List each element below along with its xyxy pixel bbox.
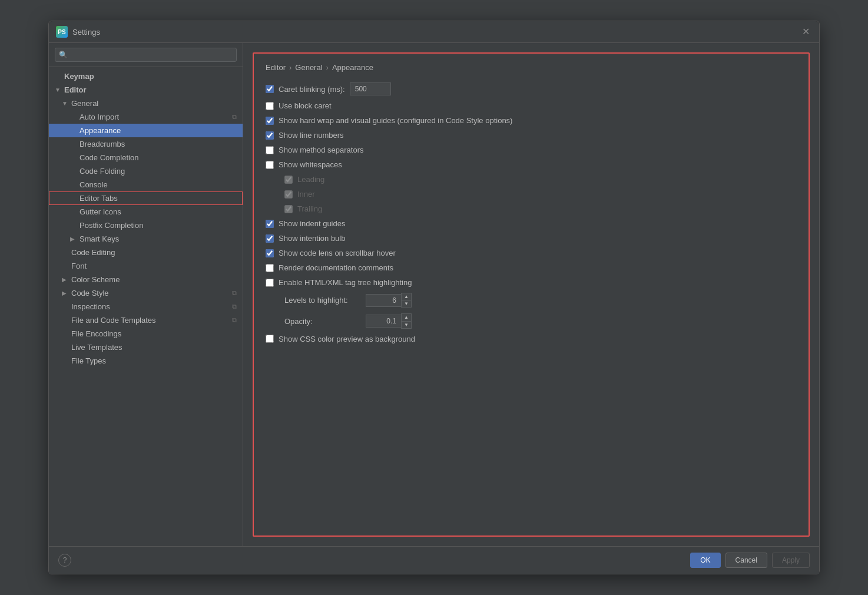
enable-html-xml-label[interactable]: Enable HTML/XML tag tree highlighting [279, 278, 412, 287]
sidebar-item-code-completion[interactable]: Code Completion [49, 151, 243, 164]
caret-blinking-input[interactable] [350, 82, 391, 95]
show-code-lens-checkbox[interactable] [266, 249, 274, 257]
sidebar-item-console[interactable]: Console [49, 178, 243, 191]
trailing-checkbox[interactable] [284, 205, 293, 213]
show-code-lens-row: Show code lens on scrollbar hover [266, 249, 797, 257]
search-input[interactable] [55, 48, 237, 62]
arrow-icon: ▶ [62, 290, 69, 296]
show-method-separators-label[interactable]: Show method separators [279, 146, 364, 154]
sidebar-item-label: Color Scheme [71, 275, 120, 284]
show-css-preview-label[interactable]: Show CSS color preview as background [279, 335, 415, 343]
sidebar-item-editor[interactable]: ▼ Editor [49, 83, 243, 97]
inner-checkbox[interactable] [284, 190, 293, 199]
sidebar-item-breadcrumbs[interactable]: Breadcrumbs [49, 137, 243, 151]
arrow-icon: ▼ [62, 100, 69, 107]
show-indent-guides-checkbox[interactable] [266, 220, 274, 228]
sidebar-item-auto-import[interactable]: Auto Import ⧉ [49, 110, 243, 124]
sidebar-item-keymap[interactable]: Keymap [49, 70, 243, 83]
render-doc-comments-label[interactable]: Render documentation comments [279, 263, 393, 272]
sidebar-item-code-editing[interactable]: Code Editing [49, 246, 243, 259]
sidebar-item-label: Inspections [71, 302, 110, 311]
sidebar-item-color-scheme[interactable]: ▶ Color Scheme [49, 273, 243, 286]
search-wrapper: 🔍 [55, 48, 237, 62]
sidebar-item-gutter-icons[interactable]: Gutter Icons [49, 205, 243, 219]
inner-row: Inner [266, 190, 797, 199]
breadcrumb-sep: › [326, 63, 329, 72]
sidebar-item-label: File Encodings [71, 329, 121, 338]
levels-decrement-button[interactable]: ▼ [402, 300, 411, 307]
show-code-lens-label[interactable]: Show code lens on scrollbar hover [279, 249, 396, 257]
sidebar-tree: Keymap ▼ Editor ▼ General Auto Import ⧉ [49, 67, 243, 546]
show-hard-wrap-label[interactable]: Show hard wrap and visual guides (config… [279, 116, 512, 125]
sidebar-item-code-folding[interactable]: Code Folding [49, 164, 243, 178]
apply-button[interactable]: Apply [772, 553, 810, 568]
opacity-increment-button[interactable]: ▲ [402, 314, 411, 320]
sidebar-item-live-templates[interactable]: Live Templates [49, 341, 243, 354]
levels-to-highlight-input[interactable] [366, 294, 401, 307]
sidebar-item-postfix-completion[interactable]: Postfix Completion [49, 219, 243, 232]
bottom-bar: ? OK Cancel Apply [49, 546, 819, 574]
trailing-row: Trailing [266, 204, 797, 213]
show-intention-bulb-label[interactable]: Show intention bulb [279, 234, 345, 243]
caret-blinking-checkbox[interactable] [266, 85, 274, 93]
opacity-decrement-button[interactable]: ▼ [402, 322, 411, 328]
use-block-caret-checkbox[interactable] [266, 102, 274, 110]
trailing-label: Trailing [297, 204, 322, 213]
breadcrumb-sep: › [289, 63, 291, 72]
show-indent-guides-row: Show indent guides [266, 219, 797, 228]
levels-spinner-buttons: ▲ ▼ [401, 293, 412, 308]
caret-blinking-label[interactable]: Caret blinking (ms): [279, 85, 345, 94]
arrow-icon: ▼ [55, 87, 62, 93]
sidebar-item-smart-keys[interactable]: ▶ Smart Keys [49, 232, 243, 246]
show-line-numbers-checkbox[interactable] [266, 131, 274, 140]
leading-row: Leading [266, 175, 797, 184]
sidebar-item-label: Code Completion [79, 153, 138, 162]
show-line-numbers-row: Show line numbers [266, 131, 797, 140]
sidebar-item-inspections[interactable]: Inspections ⧉ [49, 300, 243, 313]
copy-icon: ⧉ [232, 113, 237, 121]
copy-icon: ⧉ [232, 303, 237, 310]
sidebar-item-editor-tabs[interactable]: Editor Tabs [49, 191, 243, 205]
sidebar-item-appearance[interactable]: Appearance [49, 124, 243, 137]
show-hard-wrap-checkbox[interactable] [266, 117, 274, 125]
cancel-button[interactable]: Cancel [725, 553, 767, 568]
show-intention-bulb-checkbox[interactable] [266, 234, 274, 243]
sidebar-item-label: Editor Tabs [79, 194, 118, 203]
sidebar-item-font[interactable]: Font [49, 259, 243, 273]
show-css-preview-checkbox[interactable] [266, 335, 274, 343]
title-bar: PS Settings ✕ [49, 21, 819, 43]
sidebar-item-file-types[interactable]: File Types [49, 354, 243, 368]
sidebar-item-general[interactable]: ▼ General [49, 97, 243, 110]
render-doc-comments-checkbox[interactable] [266, 264, 274, 272]
render-doc-comments-row: Render documentation comments [266, 263, 797, 272]
levels-to-highlight-row: Levels to highlight: ▲ ▼ [266, 293, 797, 308]
help-button[interactable]: ? [58, 554, 71, 567]
sidebar: 🔍 Keymap ▼ Editor ▼ General [49, 43, 243, 546]
settings-main: Editor › General › Appearance Caret blin… [243, 43, 819, 546]
sidebar-item-file-code-templates[interactable]: File and Code Templates ⧉ [49, 313, 243, 327]
levels-increment-button[interactable]: ▲ [402, 293, 411, 300]
sidebar-item-label: File and Code Templates [71, 316, 156, 325]
show-indent-guides-label[interactable]: Show indent guides [279, 219, 345, 228]
enable-html-xml-checkbox[interactable] [266, 279, 274, 287]
show-whitespaces-label[interactable]: Show whitespaces [279, 160, 342, 169]
sidebar-item-code-style[interactable]: ▶ Code Style ⧉ [49, 286, 243, 300]
show-whitespaces-checkbox[interactable] [266, 161, 274, 169]
show-line-numbers-label[interactable]: Show line numbers [279, 131, 344, 140]
sidebar-item-label: File Types [71, 356, 106, 365]
opacity-input[interactable] [366, 315, 401, 328]
use-block-caret-label[interactable]: Use block caret [279, 101, 332, 110]
show-method-separators-row: Show method separators [266, 146, 797, 154]
sidebar-item-label: Console [79, 180, 108, 189]
show-method-separators-checkbox[interactable] [266, 146, 274, 154]
arrow-icon: ▶ [70, 236, 77, 242]
ok-button[interactable]: OK [690, 553, 720, 568]
leading-checkbox[interactable] [284, 176, 293, 184]
sidebar-item-file-encodings[interactable]: File Encodings [49, 327, 243, 341]
close-button[interactable]: ✕ [800, 26, 812, 38]
sidebar-item-label: Code Editing [71, 248, 115, 257]
levels-to-highlight-spinner: ▲ ▼ [366, 293, 412, 308]
enable-html-xml-row: Enable HTML/XML tag tree highlighting [266, 278, 797, 287]
opacity-spinner-buttons: ▲ ▼ [401, 313, 412, 328]
settings-panel: Editor › General › Appearance Caret blin… [243, 43, 819, 546]
